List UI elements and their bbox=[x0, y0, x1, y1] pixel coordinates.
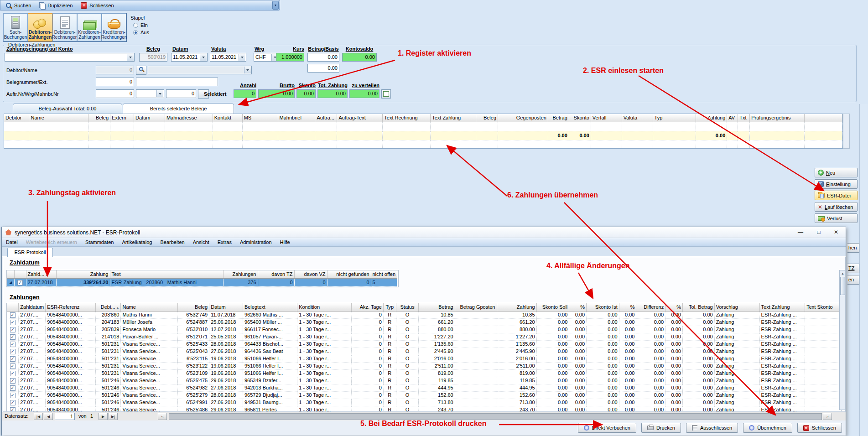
main-scrollbar[interactable] bbox=[859, 104, 868, 436]
row-checkbox[interactable]: ✓ bbox=[10, 371, 16, 376]
column-header[interactable]: davon TZ bbox=[258, 270, 294, 278]
column-header[interactable]: Differenz bbox=[636, 303, 665, 311]
tab-debitoren-zahlungen[interactable]: Debitoren- Zahlungen bbox=[28, 13, 52, 42]
grid-row[interactable]: ✓27.07....90548400000...501'231Visana Se… bbox=[7, 355, 842, 362]
lauf-loeschen-button[interactable]: ✕Lauf löschen bbox=[815, 202, 858, 212]
column-header[interactable]: nicht offen bbox=[371, 270, 397, 278]
column-header[interactable]: davon VZ bbox=[294, 270, 327, 278]
stapel-ein-radio[interactable] bbox=[133, 23, 138, 28]
column-header[interactable]: Text Zahlung bbox=[431, 114, 476, 122]
column-header[interactable]: Vorschlag bbox=[714, 303, 759, 311]
einstellung-button[interactable]: Einstellung bbox=[815, 179, 858, 189]
window-scrollbar[interactable]: ▲ bbox=[839, 270, 846, 410]
column-header[interactable]: Skonto Ist bbox=[587, 303, 619, 311]
row-checkbox[interactable]: ✓ bbox=[10, 320, 16, 325]
column-header[interactable]: Debi... ▲ bbox=[95, 303, 121, 311]
column-header[interactable]: Beleg bbox=[177, 303, 209, 311]
menu-ansicht[interactable]: Ansicht bbox=[189, 239, 213, 245]
last-record-icon[interactable]: ▶| bbox=[109, 413, 118, 420]
column-header[interactable]: Betrag Gposten bbox=[455, 303, 497, 311]
chevron-down-icon[interactable] bbox=[156, 90, 163, 97]
grid-row[interactable]: ✓27.07....90548400000...501'246Visana Se… bbox=[7, 377, 842, 384]
grid-scrollbar[interactable] bbox=[843, 114, 850, 149]
column-header[interactable]: Text bbox=[110, 270, 223, 278]
row-checkbox[interactable]: ✓ bbox=[17, 280, 23, 285]
row-checkbox[interactable]: ✓ bbox=[10, 312, 16, 318]
column-header[interactable]: Valuta bbox=[622, 114, 653, 122]
column-header[interactable]: Auftrag-Text bbox=[337, 114, 383, 122]
row-checkbox[interactable]: ✓ bbox=[10, 400, 16, 405]
wrg-field[interactable]: CHF bbox=[254, 53, 279, 62]
column-header[interactable]: Prüfungsergebnis bbox=[750, 114, 805, 122]
tab-sachbuchungen[interactable]: Sach- Buchungen bbox=[3, 13, 28, 42]
grid-row[interactable] bbox=[4, 122, 842, 131]
column-header[interactable]: Zahlung bbox=[696, 114, 727, 122]
grid-row[interactable]: ✓27.07....90548400000...204'183Müller Jo… bbox=[7, 318, 842, 326]
column-header[interactable]: Skonto Soll bbox=[536, 303, 569, 311]
kurs-field[interactable]: 1.000000 bbox=[276, 53, 304, 62]
column-header[interactable]: Tol. Betrag bbox=[682, 303, 714, 311]
row-checkbox[interactable]: ✓ bbox=[10, 334, 16, 340]
valuta-field[interactable]: 11.05.2021 bbox=[210, 53, 246, 62]
column-header[interactable]: nicht gefunden bbox=[327, 270, 371, 278]
column-header[interactable]: Zahlung bbox=[497, 303, 536, 311]
neu-button[interactable]: +Neu bbox=[815, 168, 858, 177]
column-header[interactable]: % bbox=[665, 303, 683, 311]
drucken-button[interactable]: Drucken bbox=[641, 423, 681, 433]
chevron-down-icon[interactable] bbox=[200, 54, 207, 61]
verlust-button[interactable]: Verlust bbox=[815, 213, 858, 223]
row-checkbox[interactable]: ✓ bbox=[10, 349, 16, 354]
betrag-basis-field[interactable]: 0.00 bbox=[307, 53, 339, 62]
menu-stammdaten[interactable]: Stammdaten bbox=[81, 239, 118, 245]
debitor-lookup-button[interactable] bbox=[136, 66, 146, 75]
partial-button-2[interactable]: TZ bbox=[847, 264, 859, 273]
row-checkbox[interactable]: ✓ bbox=[10, 393, 16, 398]
menu-datei[interactable]: Datei bbox=[2, 239, 22, 245]
minimize-button[interactable]: — bbox=[792, 227, 809, 238]
column-header[interactable]: Beleg bbox=[476, 114, 498, 122]
row-checkbox[interactable]: ✓ bbox=[10, 342, 16, 347]
column-header[interactable]: Zahlungen bbox=[223, 270, 258, 278]
grid-row[interactable]: ✓27.07....90548400000...501'246Visana Se… bbox=[7, 384, 842, 391]
chevron-down-icon[interactable] bbox=[239, 54, 245, 61]
column-header[interactable]: Auftra... bbox=[315, 114, 337, 122]
belegnummer-ext-field[interactable] bbox=[136, 78, 218, 86]
ausschliessen-button[interactable]: Ausschliessen bbox=[686, 423, 738, 433]
column-header[interactable]: Name bbox=[29, 114, 88, 122]
grid-row[interactable] bbox=[4, 140, 842, 149]
column-header[interactable]: AV bbox=[727, 114, 738, 122]
column-header[interactable] bbox=[805, 114, 842, 122]
grid-row[interactable]: ✓27.07....90548400000...214'018Pavan-Bäh… bbox=[7, 333, 842, 340]
konto-combobox[interactable] bbox=[5, 53, 135, 62]
hscroll-left-icon[interactable]: < bbox=[158, 413, 167, 420]
column-header[interactable]: Beleg bbox=[88, 114, 110, 122]
column-header[interactable]: Betrag bbox=[548, 114, 569, 122]
column-header[interactable]: Belegtext bbox=[243, 303, 297, 311]
grid-row[interactable]: ✓27.07....90548400000...501'231Visana Se… bbox=[7, 362, 842, 369]
scroll-up-icon[interactable]: ▲ bbox=[840, 270, 846, 276]
column-header[interactable]: Mahnadresse bbox=[165, 114, 213, 122]
row-checkbox[interactable]: ✓ bbox=[10, 407, 16, 412]
partial-button-3[interactable]: en bbox=[847, 275, 859, 285]
scrollbar-thumb[interactable] bbox=[840, 277, 845, 295]
row-checkbox[interactable]: ✓ bbox=[10, 327, 16, 332]
column-header[interactable]: Status bbox=[396, 303, 419, 311]
column-header[interactable]: Typ bbox=[653, 114, 696, 122]
auftrag-nr-field[interactable]: 0 bbox=[96, 89, 134, 98]
column-header[interactable]: Text Zahlung bbox=[759, 303, 805, 311]
row-checkbox[interactable]: ✓ bbox=[10, 378, 16, 384]
grid-row[interactable]: ✓27.07....90548400000...501'231Visana Se… bbox=[7, 340, 842, 348]
column-header[interactable]: Zahlung bbox=[56, 270, 110, 278]
column-header[interactable]: Betrag bbox=[419, 303, 455, 311]
column-header[interactable]: Name bbox=[121, 303, 177, 311]
window-titlebar[interactable]: synergetics business solutions.NET - ESR… bbox=[2, 227, 846, 238]
stapel-aus-radio[interactable] bbox=[133, 30, 138, 35]
column-header[interactable]: Text Skonto bbox=[805, 303, 842, 311]
grid-row[interactable]: ✓27.07....90548400000...501'231Visana Se… bbox=[7, 369, 842, 377]
tab-kreditoren-zahlungen[interactable]: Kreditoren- Zahlungen bbox=[77, 13, 102, 42]
mahnbrief-nr-field[interactable]: 0 bbox=[166, 89, 196, 98]
menu-hilfe[interactable]: Hilfe bbox=[276, 239, 294, 245]
first-record-icon[interactable]: |◀ bbox=[34, 413, 43, 420]
column-header[interactable]: Kontakt bbox=[213, 114, 242, 122]
toolbar-overflow-button[interactable]: ▾ bbox=[272, 1, 279, 10]
